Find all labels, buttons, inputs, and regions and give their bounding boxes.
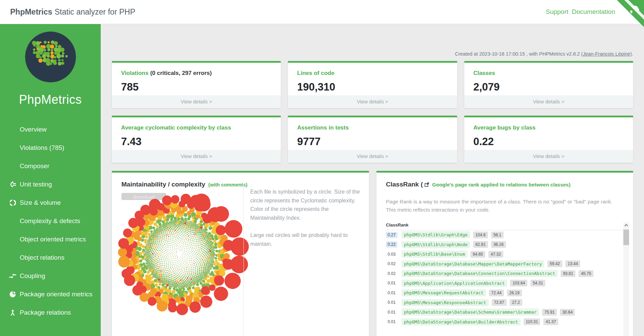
brand-name: PhpMetrics: [10, 7, 52, 16]
github-ribbon[interactable]: [617, 0, 644, 27]
metric-badge-1: 93.81: [561, 270, 575, 277]
classrank-row: 0.02 phpOMS\DataStorage\Database\Connect…: [386, 269, 624, 279]
metric-badge-2: 30.64: [560, 309, 575, 316]
rank-value: 0.01: [386, 319, 397, 325]
metric-card: Violations(0 criticals, 297 errors) 785 …: [112, 61, 281, 108]
sidebar-item-complexity-defects[interactable]: Complexity & defects: [0, 212, 101, 230]
classrank-scrollbar[interactable]: [623, 222, 629, 336]
sidebar-item-package-relations[interactable]: Package relations: [0, 303, 101, 322]
rank-value: 0.02: [386, 271, 397, 277]
phpmetrics-logo: [25, 32, 76, 82]
view-details-link[interactable]: View details >: [288, 95, 457, 108]
sidebar-item-label: Package oriented metrics: [20, 291, 92, 298]
support-link[interactable]: Support: [546, 8, 568, 15]
card-title: Lines of code: [297, 70, 334, 76]
view-details-link[interactable]: View details >: [464, 150, 633, 163]
created-timestamp: 2023-10-18 17:00:15: [479, 51, 525, 57]
class-link[interactable]: phpOMS\Message\RequestAbstract: [402, 289, 486, 296]
metric-badge-2: 47.32: [488, 251, 503, 258]
class-link[interactable]: phpOMS\Stdlib\Base\Enum: [402, 251, 467, 258]
sidebar-item-label: Unit testing: [20, 181, 52, 188]
metric-card: Lines of code 190,310 View details >: [288, 61, 457, 108]
metric-badge-1: 110.31: [524, 318, 541, 325]
sidebar-item-package-oriented-metrics[interactable]: Package oriented metrics: [0, 285, 101, 303]
class-link[interactable]: phpOMS\Application\ApplicationAbstract: [402, 280, 507, 287]
package-relations-icon: [9, 309, 17, 317]
sidebar-item-label: Object relations: [20, 254, 64, 261]
card-title: Average bugs by class: [473, 124, 536, 131]
external-link-icon: [425, 182, 429, 187]
classrank-table: ClassRank 0.27 phpOMS\Stdlib\Graph\Edge …: [386, 222, 624, 327]
classrank-row: 0.22 phpOMS\Stdlib\Graph\Node 82.81 36.1…: [386, 240, 624, 250]
metric-badge-1: 94.65: [470, 251, 485, 258]
created-middle: , with PHPMetrics v2.8.2 (: [525, 51, 583, 57]
sidebar-title: PhpMetrics: [0, 93, 101, 107]
created-line: Created at 2023-10-18 17:00:15 , with PH…: [112, 51, 633, 57]
view-details-link[interactable]: View details >: [112, 95, 281, 108]
card-value: 7.43: [112, 136, 281, 148]
card-value: 0.22: [464, 136, 633, 148]
header-links: Support Documentation: [544, 8, 615, 16]
classrank-paren: (: [421, 181, 423, 188]
sidebar-item-object-oriented-metrics[interactable]: Object oriented metrics: [0, 230, 101, 249]
description-paragraph-1: Each file is symbolized by a circle. Siz…: [250, 187, 360, 222]
scrollbar-thumb[interactable]: [623, 230, 629, 245]
sidebar-item-overview[interactable]: Overview: [0, 120, 101, 139]
sidebar-item-size-volume[interactable]: Size & volume: [0, 194, 101, 212]
card-value: 190,310: [288, 81, 457, 93]
sidebar-item-composer[interactable]: Composer: [0, 157, 101, 175]
class-link[interactable]: phpOMS\Stdlib\Graph\Node: [402, 241, 470, 248]
description-paragraph-2: Large red circles will be probably hard …: [250, 231, 360, 248]
scroll-up-icon[interactable]: [623, 222, 629, 228]
sidebar-item-label: Composer: [20, 162, 50, 170]
metric-card: Classes 2,079 View details >: [464, 61, 633, 108]
metric-badge-1: 75.91: [542, 309, 557, 316]
card-title: Assertions in tests: [297, 124, 349, 131]
sidebar-item-unit-testing[interactable]: Unit testing: [0, 175, 101, 194]
maintainability-bubble-chart[interactable]: [114, 192, 251, 336]
rank-value: 0.01: [386, 280, 397, 286]
sidebar-item-label: Violations (785): [20, 144, 64, 152]
sidebar-item-violations-785[interactable]: Violations (785): [0, 139, 101, 157]
maintainability-panel: Maintainability / complexity (with comme…: [112, 171, 369, 336]
class-link[interactable]: phpOMS\DataStorage\Database\Schema\Gramm…: [402, 309, 539, 316]
panels-row: Maintainability / complexity (with comme…: [112, 171, 633, 336]
classrank-row: 0.01 phpOMS\Application\ApplicationAbstr…: [386, 278, 624, 288]
classrank-panel: ClassRank ( Google's page rank applied t…: [376, 171, 633, 336]
metric-badge-2: 27.2: [510, 299, 522, 306]
metric-badge-1: 72.87: [492, 299, 507, 306]
classrank-row: 0.01 phpOMS\Message\RequestAbstract 72.4…: [386, 288, 624, 298]
view-details-link[interactable]: View details >: [112, 150, 281, 163]
card-title: Violations: [121, 70, 149, 76]
sidebar-item-label: Coupling: [20, 272, 45, 280]
view-details-link[interactable]: View details >: [288, 150, 457, 163]
rank-value: 0.01: [386, 299, 397, 305]
card-title-suffix: (0 criticals, 297 errors): [150, 70, 212, 76]
author-link[interactable]: Jean-François Lépine: [583, 51, 630, 57]
coupling-icon: [9, 272, 17, 280]
view-details-link[interactable]: View details >: [464, 95, 633, 108]
created-suffix: ).: [630, 51, 633, 57]
rank-value: 0.27: [386, 232, 397, 238]
metric-card: Assertions in tests 9777 View details >: [288, 116, 457, 163]
github-octocat-icon: [617, 0, 644, 27]
class-link[interactable]: phpOMS\DataStorage\Database\BuilderAbstr…: [402, 318, 521, 325]
sidebar: PhpMetrics Overview Violations (785) Com…: [0, 24, 101, 336]
rank-value: 0.03: [386, 251, 397, 257]
metric-card: Average bugs by class 0.22 View details …: [464, 116, 633, 163]
documentation-link[interactable]: Documentation: [572, 8, 615, 15]
card-title: Average cyclomatic complexity by class: [121, 124, 231, 131]
metric-badge-1: 104.6: [473, 232, 488, 238]
classrank-row: 0.03 phpOMS\Stdlib\Base\Enum 94.65 47.32: [386, 250, 624, 259]
rank-value: 0.02: [386, 261, 397, 267]
sidebar-item-label: Package relations: [20, 309, 71, 316]
card-title: Classes: [473, 70, 495, 76]
class-link[interactable]: phpOMS\DataStorage\Database\Connection\C…: [402, 270, 558, 277]
class-link[interactable]: phpOMS\Message\ResponseAbstract: [402, 299, 489, 306]
metric-badge-2: 41.37: [543, 318, 558, 325]
brand: PhpMetricsStatic analyzer for PHP: [10, 7, 135, 17]
sidebar-item-object-relations[interactable]: Object relations: [0, 249, 101, 267]
sidebar-item-coupling[interactable]: Coupling: [0, 267, 101, 285]
class-link[interactable]: phpOMS\DataStorage\Database\Mapper\DataM…: [402, 260, 544, 268]
class-link[interactable]: phpOMS\Stdlib\Graph\Edge: [402, 231, 470, 238]
